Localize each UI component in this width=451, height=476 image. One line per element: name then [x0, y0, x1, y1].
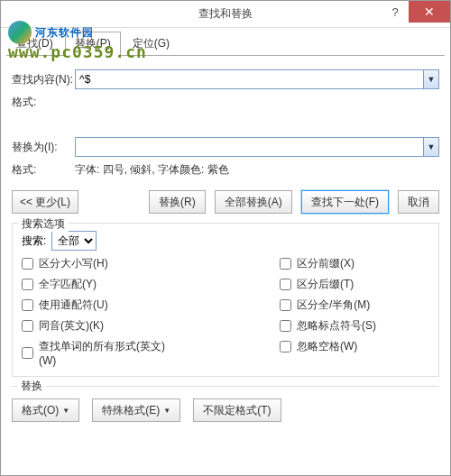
wildcards-checkbox[interactable]: 使用通配符(U)	[22, 298, 171, 313]
format-menu-button[interactable]: 格式(O)▼	[12, 398, 79, 422]
replace-all-button[interactable]: 全部替换(A)	[215, 190, 292, 214]
titlebar: 查找和替换 ? ✕	[1, 1, 450, 28]
replace-button[interactable]: 替换(R)	[149, 190, 206, 214]
tab-find[interactable]: 查找(D)	[6, 32, 63, 56]
match-case-checkbox[interactable]: 区分大小写(H)	[22, 256, 171, 271]
match-suffix-checkbox[interactable]: 区分后缀(T)	[280, 277, 354, 292]
replace-group: 替换 格式(O)▼ 特殊格式(E)▼ 不限定格式(T)	[12, 386, 439, 426]
replace-label: 替换为(I):	[12, 140, 75, 155]
match-width-checkbox[interactable]: 区分全/半角(M)	[280, 298, 370, 313]
whole-word-checkbox[interactable]: 全字匹配(Y)	[22, 277, 171, 292]
chevron-down-icon: ▼	[163, 407, 170, 415]
less-button[interactable]: << 更少(L)	[12, 190, 78, 214]
ignore-space-checkbox[interactable]: 忽略空格(W)	[280, 339, 357, 354]
word-forms-checkbox[interactable]: 查找单词的所有形式(英文)(W)	[22, 339, 171, 367]
find-input-combo[interactable]: ▼	[75, 69, 439, 89]
sounds-like-checkbox[interactable]: 同音(英文)(K)	[22, 318, 171, 334]
replace-group-legend: 替换	[17, 379, 46, 394]
format-label: 格式:	[12, 95, 75, 110]
no-format-button[interactable]: 不限定格式(T)	[193, 398, 281, 422]
ignore-punct-checkbox[interactable]: 忽略标点符号(S)	[280, 318, 376, 334]
close-button[interactable]: ✕	[409, 1, 450, 23]
chevron-down-icon[interactable]: ▼	[423, 69, 439, 89]
help-button[interactable]: ?	[382, 1, 409, 23]
search-options-group: 搜索选项 搜索: 全部 区分大小写(H) 全字匹配(Y) 使用通配符(U) 同音…	[12, 223, 439, 377]
tab-strip: 查找(D) 替换(P) 定位(G)	[1, 28, 450, 56]
find-label: 查找内容(N):	[12, 72, 75, 87]
replace-input[interactable]	[75, 137, 423, 157]
tab-goto[interactable]: 定位(G)	[123, 32, 179, 56]
tab-replace[interactable]: 替换(P)	[65, 32, 121, 56]
format-label-2: 格式:	[12, 162, 75, 178]
find-input[interactable]	[75, 69, 423, 89]
search-direction-select[interactable]: 全部	[51, 231, 97, 251]
options-legend: 搜索选项	[18, 216, 69, 232]
special-menu-button[interactable]: 特殊格式(E)▼	[92, 398, 180, 422]
find-next-button[interactable]: 查找下一处(F)	[301, 190, 389, 214]
replace-format-desc: 字体: 四号, 倾斜, 字体颜色: 紫色	[75, 162, 229, 178]
replace-input-combo[interactable]: ▼	[75, 137, 439, 157]
cancel-button[interactable]: 取消	[398, 190, 439, 214]
match-prefix-checkbox[interactable]: 区分前缀(X)	[280, 256, 354, 271]
search-direction-label: 搜索:	[22, 233, 46, 249]
chevron-down-icon: ▼	[62, 407, 69, 415]
chevron-down-icon[interactable]: ▼	[423, 137, 439, 157]
